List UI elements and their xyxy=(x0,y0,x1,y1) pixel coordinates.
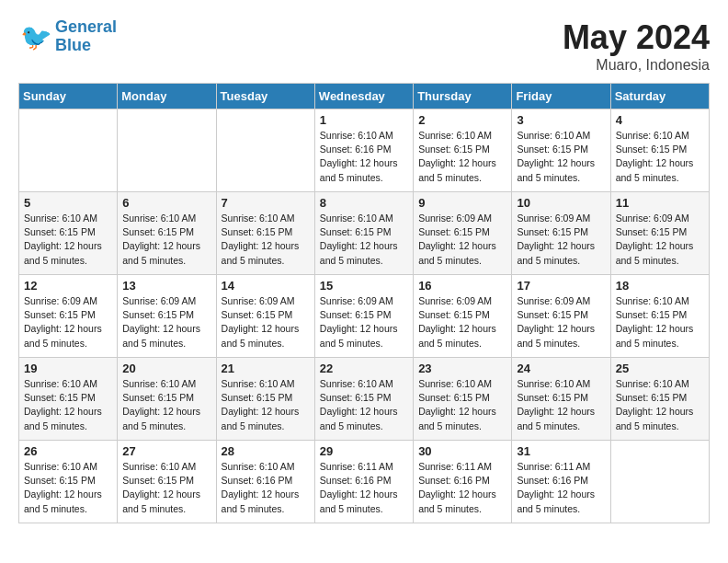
day-number: 2 xyxy=(418,113,506,127)
svg-text:🐦: 🐦 xyxy=(20,22,51,52)
calendar-cell: 24Sunrise: 6:10 AMSunset: 6:15 PMDayligh… xyxy=(512,358,610,441)
logo-general: General xyxy=(55,17,117,36)
day-number: 28 xyxy=(222,444,310,458)
day-info: Sunrise: 6:09 AMSunset: 6:15 PMDaylight:… xyxy=(418,212,506,268)
calendar-cell: 8Sunrise: 6:10 AMSunset: 6:15 PMDaylight… xyxy=(314,192,413,275)
day-number: 10 xyxy=(517,196,605,210)
calendar-week-row: 19Sunrise: 6:10 AMSunset: 6:15 PMDayligh… xyxy=(19,358,710,441)
location-subtitle: Muaro, Indonesia xyxy=(563,57,710,74)
logo-icon: 🐦 xyxy=(18,20,51,53)
calendar-cell: 20Sunrise: 6:10 AMSunset: 6:15 PMDayligh… xyxy=(118,358,216,441)
day-info: Sunrise: 6:11 AMSunset: 6:16 PMDaylight:… xyxy=(418,460,506,516)
calendar-cell xyxy=(118,109,216,192)
day-info: Sunrise: 6:10 AMSunset: 6:15 PMDaylight:… xyxy=(517,377,605,433)
weekday-header-friday: Friday xyxy=(512,84,610,109)
day-number: 23 xyxy=(418,362,506,375)
calendar-cell: 22Sunrise: 6:10 AMSunset: 6:15 PMDayligh… xyxy=(314,358,413,441)
day-info: Sunrise: 6:10 AMSunset: 6:15 PMDaylight:… xyxy=(122,377,210,433)
day-info: Sunrise: 6:10 AMSunset: 6:15 PMDaylight:… xyxy=(222,377,310,433)
day-number: 13 xyxy=(122,279,210,293)
day-number: 31 xyxy=(517,444,605,458)
day-number: 8 xyxy=(320,196,408,210)
calendar-cell: 5Sunrise: 6:10 AMSunset: 6:15 PMDaylight… xyxy=(19,192,118,275)
calendar-cell: 25Sunrise: 6:10 AMSunset: 6:15 PMDayligh… xyxy=(610,358,709,441)
calendar-cell: 1Sunrise: 6:10 AMSunset: 6:16 PMDaylight… xyxy=(314,109,413,192)
calendar-cell: 3Sunrise: 6:10 AMSunset: 6:15 PMDaylight… xyxy=(512,109,610,192)
day-info: Sunrise: 6:10 AMSunset: 6:15 PMDaylight:… xyxy=(24,460,112,516)
calendar-cell xyxy=(19,109,118,192)
calendar-cell: 14Sunrise: 6:09 AMSunset: 6:15 PMDayligh… xyxy=(216,275,314,358)
day-info: Sunrise: 6:10 AMSunset: 6:16 PMDaylight:… xyxy=(222,460,310,516)
weekday-header-tuesday: Tuesday xyxy=(216,84,314,109)
day-number: 12 xyxy=(24,279,112,293)
calendar-cell xyxy=(216,109,314,192)
calendar-cell: 26Sunrise: 6:10 AMSunset: 6:15 PMDayligh… xyxy=(19,441,118,523)
day-number: 6 xyxy=(122,196,210,210)
day-info: Sunrise: 6:10 AMSunset: 6:15 PMDaylight:… xyxy=(517,129,605,185)
day-info: Sunrise: 6:09 AMSunset: 6:15 PMDaylight:… xyxy=(24,294,112,350)
day-number: 14 xyxy=(222,279,310,293)
day-number: 25 xyxy=(616,362,704,375)
weekday-header-sunday: Sunday xyxy=(19,84,118,109)
day-number: 7 xyxy=(222,196,310,210)
calendar-cell: 28Sunrise: 6:10 AMSunset: 6:16 PMDayligh… xyxy=(216,441,314,523)
calendar-week-row: 12Sunrise: 6:09 AMSunset: 6:15 PMDayligh… xyxy=(19,275,710,358)
day-info: Sunrise: 6:10 AMSunset: 6:15 PMDaylight:… xyxy=(24,212,112,268)
header: 🐦 General Blue May 2024 Muaro, Indonesia xyxy=(18,18,710,74)
day-info: Sunrise: 6:10 AMSunset: 6:15 PMDaylight:… xyxy=(122,460,210,516)
day-number: 3 xyxy=(517,113,605,127)
day-number: 1 xyxy=(320,113,408,127)
day-info: Sunrise: 6:10 AMSunset: 6:15 PMDaylight:… xyxy=(616,377,704,433)
calendar-cell: 30Sunrise: 6:11 AMSunset: 6:16 PMDayligh… xyxy=(414,441,512,523)
day-number: 30 xyxy=(418,444,506,458)
day-info: Sunrise: 6:10 AMSunset: 6:15 PMDaylight:… xyxy=(222,212,310,268)
day-number: 17 xyxy=(517,279,605,293)
calendar-cell: 16Sunrise: 6:09 AMSunset: 6:15 PMDayligh… xyxy=(414,275,512,358)
calendar-week-row: 26Sunrise: 6:10 AMSunset: 6:15 PMDayligh… xyxy=(19,441,710,523)
day-info: Sunrise: 6:09 AMSunset: 6:15 PMDaylight:… xyxy=(517,294,605,350)
calendar-cell xyxy=(610,441,709,523)
day-info: Sunrise: 6:09 AMSunset: 6:15 PMDaylight:… xyxy=(122,294,210,350)
logo-blue: Blue xyxy=(55,36,91,54)
day-info: Sunrise: 6:10 AMSunset: 6:15 PMDaylight:… xyxy=(616,129,704,185)
day-info: Sunrise: 6:11 AMSunset: 6:16 PMDaylight:… xyxy=(517,460,605,516)
title-area: May 2024 Muaro, Indonesia xyxy=(563,18,710,74)
day-number: 20 xyxy=(122,362,210,375)
day-number: 11 xyxy=(616,196,704,210)
day-info: Sunrise: 6:09 AMSunset: 6:15 PMDaylight:… xyxy=(222,294,310,350)
day-number: 24 xyxy=(517,362,605,375)
calendar-cell: 12Sunrise: 6:09 AMSunset: 6:15 PMDayligh… xyxy=(19,275,118,358)
day-number: 22 xyxy=(320,362,408,375)
weekday-header-row: SundayMondayTuesdayWednesdayThursdayFrid… xyxy=(19,84,710,109)
day-info: Sunrise: 6:10 AMSunset: 6:15 PMDaylight:… xyxy=(122,212,210,268)
day-number: 18 xyxy=(616,279,704,293)
day-info: Sunrise: 6:10 AMSunset: 6:15 PMDaylight:… xyxy=(616,294,704,350)
day-number: 29 xyxy=(320,444,408,458)
day-info: Sunrise: 6:10 AMSunset: 6:16 PMDaylight:… xyxy=(320,129,408,185)
calendar-cell: 18Sunrise: 6:10 AMSunset: 6:15 PMDayligh… xyxy=(610,275,709,358)
day-number: 9 xyxy=(418,196,506,210)
calendar-cell: 29Sunrise: 6:11 AMSunset: 6:16 PMDayligh… xyxy=(314,441,413,523)
day-info: Sunrise: 6:11 AMSunset: 6:16 PMDaylight:… xyxy=(320,460,408,516)
day-number: 4 xyxy=(616,113,704,127)
calendar-cell: 10Sunrise: 6:09 AMSunset: 6:15 PMDayligh… xyxy=(512,192,610,275)
day-info: Sunrise: 6:09 AMSunset: 6:15 PMDaylight:… xyxy=(517,212,605,268)
day-info: Sunrise: 6:09 AMSunset: 6:15 PMDaylight:… xyxy=(616,212,704,268)
day-number: 16 xyxy=(418,279,506,293)
calendar-cell: 15Sunrise: 6:09 AMSunset: 6:15 PMDayligh… xyxy=(314,275,413,358)
calendar-cell: 23Sunrise: 6:10 AMSunset: 6:15 PMDayligh… xyxy=(414,358,512,441)
calendar-cell: 19Sunrise: 6:10 AMSunset: 6:15 PMDayligh… xyxy=(19,358,118,441)
weekday-header-wednesday: Wednesday xyxy=(314,84,413,109)
calendar-week-row: 1Sunrise: 6:10 AMSunset: 6:16 PMDaylight… xyxy=(19,109,710,192)
calendar-cell: 17Sunrise: 6:09 AMSunset: 6:15 PMDayligh… xyxy=(512,275,610,358)
calendar-cell: 9Sunrise: 6:09 AMSunset: 6:15 PMDaylight… xyxy=(414,192,512,275)
day-number: 27 xyxy=(122,444,210,458)
calendar-cell: 11Sunrise: 6:09 AMSunset: 6:15 PMDayligh… xyxy=(610,192,709,275)
day-info: Sunrise: 6:10 AMSunset: 6:15 PMDaylight:… xyxy=(418,129,506,185)
weekday-header-saturday: Saturday xyxy=(610,84,709,109)
calendar-cell: 13Sunrise: 6:09 AMSunset: 6:15 PMDayligh… xyxy=(118,275,216,358)
day-info: Sunrise: 6:09 AMSunset: 6:15 PMDaylight:… xyxy=(418,294,506,350)
logo-text: General Blue xyxy=(55,18,117,55)
day-number: 26 xyxy=(24,444,112,458)
calendar-table: SundayMondayTuesdayWednesdayThursdayFrid… xyxy=(18,83,710,523)
